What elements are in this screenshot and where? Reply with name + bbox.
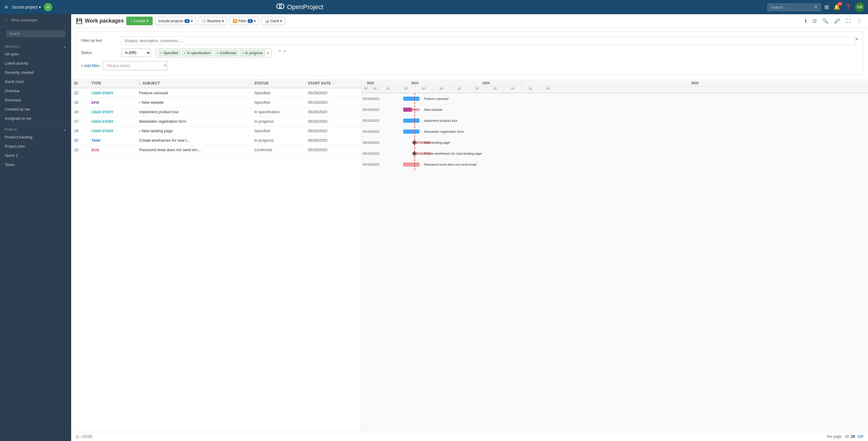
expand-row-icon[interactable]: ▾	[139, 101, 141, 104]
row-date-18: 05/19/2023	[305, 107, 361, 117]
collapse-all-button[interactable]: ⊡	[811, 17, 818, 25]
logo-text: OpenProject	[287, 3, 323, 11]
remove-in-progress-tag[interactable]: ×	[242, 51, 244, 55]
add-filter-label[interactable]: + Add filter:	[81, 63, 100, 68]
per-page-20[interactable]: 20	[851, 435, 855, 439]
remove-in-specification-tag[interactable]: ×	[184, 51, 186, 55]
sidebar-item-overdue[interactable]: Overdue	[0, 86, 71, 95]
collapse-public-icon[interactable]: ▲	[63, 128, 66, 131]
hamburger-menu[interactable]: ≡	[4, 3, 9, 11]
gantt-q3-2024: Q3	[486, 86, 504, 93]
expand-row-icon[interactable]: ▾	[139, 129, 141, 133]
remove-specified-tag[interactable]: ×	[160, 51, 162, 55]
gantt-button[interactable]: 📊 Gantt ▾	[261, 17, 285, 25]
col-subject[interactable]: ↕ SUBJECT	[136, 79, 251, 88]
user-avatar[interactable]: CG	[855, 2, 864, 12]
row-status-22: Specified	[251, 88, 305, 98]
sidebar-item-latest-activity[interactable]: Latest activity	[0, 59, 71, 68]
row-date-22: 05/19/2023	[305, 88, 361, 98]
zoom-out-button[interactable]: 🔍	[820, 17, 830, 25]
gantt-bar-blue	[403, 129, 420, 134]
col-type[interactable]: TYPE	[89, 79, 136, 88]
row-subject-18: Implement product tour	[136, 107, 251, 117]
sidebar-search-input[interactable]	[6, 30, 65, 37]
more-options-button[interactable]: ⋮	[855, 17, 863, 25]
col-id[interactable]: ID	[71, 79, 89, 88]
sidebar-item-summary[interactable]: Summary	[0, 95, 71, 105]
project-name[interactable]: Scrum project ▾	[12, 5, 41, 9]
gantt-name-label: Newsletter registration form	[424, 130, 464, 133]
sidebar-item-product-backlog[interactable]: Product backlog	[0, 132, 71, 141]
notifications-button[interactable]: 🔔 42	[832, 3, 841, 11]
app-layout: ← Work packages DEFAULT ▲ All open Lates…	[0, 14, 868, 441]
row-id-22[interactable]: 22	[71, 88, 89, 98]
row-id-16[interactable]: 16	[71, 98, 89, 107]
filter-by-text-row: Filter by text	[81, 36, 856, 45]
sidebar-item-assigned-to-me[interactable]: Assigned to me	[0, 114, 71, 123]
gantt-end-label: -	[421, 119, 422, 122]
filter-tags-chevron[interactable]: ▾	[267, 51, 269, 56]
gantt-start-label: 05/19/2023	[363, 163, 379, 166]
gantt-start-label: 05/19/2023	[363, 97, 379, 100]
table-row: 15 BUG Password reset does not send em..…	[71, 145, 361, 155]
zoom-in-button[interactable]: 🔎	[832, 17, 842, 25]
row-type-18: USER STORY	[89, 107, 136, 117]
sidebar-item-recently-created[interactable]: Recently created	[0, 68, 71, 77]
filter-close-button[interactable]: ×	[856, 36, 858, 42]
gantt-row: 05/19/2023-Password reset does not send …	[362, 159, 868, 170]
row-id-15[interactable]: 15	[71, 145, 89, 155]
add-project-button[interactable]: +	[44, 3, 52, 11]
filter-status-operator[interactable]: is (OR)	[121, 49, 151, 57]
content-area: ID TYPE ↕ SUBJECT STATUS START DATE ↑ 22	[71, 79, 868, 441]
row-subject-16: ▾New website	[136, 98, 251, 107]
sidebar-item-all-open[interactable]: All open	[0, 50, 71, 59]
info-button[interactable]: ℹ	[803, 17, 808, 25]
filter-tag-specified: × Specified	[158, 50, 180, 56]
filter-button[interactable]: 🔽 Filter 1 ▾	[229, 17, 259, 25]
sidebar-back-button[interactable]: ← Work packages	[0, 14, 71, 26]
gantt-q2-2023: Q2	[397, 86, 415, 93]
row-id-17[interactable]: 17	[71, 117, 89, 126]
remove-confirmed-tag[interactable]: ×	[217, 51, 218, 55]
row-id-18[interactable]: 18	[71, 107, 89, 117]
table-row: 19 USER STORY ▾New landing page Specifie…	[71, 126, 361, 136]
row-subject-15: Password reset does not send em...	[136, 145, 251, 155]
row-type-22: USER STORY	[89, 88, 136, 98]
include-projects-badge: 1	[184, 19, 190, 23]
create-button[interactable]: + Create ▾	[126, 17, 153, 25]
sidebar-item-project-plan[interactable]: Project plan	[0, 141, 71, 151]
per-page-10[interactable]: 10	[844, 435, 848, 439]
filter-tag-confirmed: × Confirmed	[215, 50, 238, 56]
sidebar-item-tasks[interactable]: Tasks	[0, 160, 71, 169]
row-date-19: 06/16/2023	[305, 126, 361, 136]
fullscreen-button[interactable]: ⛶	[844, 17, 852, 25]
col-start-date[interactable]: START DATE ↑	[305, 79, 361, 88]
filter-text-input[interactable]	[121, 36, 856, 45]
per-page-100[interactable]: 100	[857, 435, 863, 439]
main-content: 💾 Work packages + Create ▾ Include proje…	[71, 14, 868, 441]
filter-tag-in-progress: × In progress	[240, 50, 265, 56]
row-id-20[interactable]: 20	[71, 136, 89, 145]
collapse-default-icon[interactable]: ▲	[63, 45, 66, 48]
baseline-button[interactable]: 🕐 Baseline ▾	[198, 17, 227, 25]
sidebar-item-gantt-chart[interactable]: Gantt chart	[0, 77, 71, 86]
global-search-input[interactable]	[771, 5, 812, 9]
row-type-16: EPIC	[89, 98, 136, 107]
gantt-year-2022: 2022	[362, 80, 379, 86]
global-search-box[interactable]: 🔍	[768, 4, 821, 11]
baseline-chevron-icon: ▾	[222, 19, 224, 23]
add-filter-select[interactable]: Please select	[102, 61, 168, 70]
sidebar-item-sprint-1[interactable]: Sprint 1	[0, 151, 71, 160]
row-type-17: USER STORY	[89, 117, 136, 126]
filter-status-clear[interactable]: ×	[279, 49, 281, 53]
help-button[interactable]: ❓	[844, 3, 852, 11]
row-id-19[interactable]: 19	[71, 126, 89, 136]
col-status[interactable]: STATUS	[251, 79, 305, 88]
grid-menu-button[interactable]: ⊞	[823, 3, 830, 11]
include-projects-button[interactable]: Include projects 1 ▾	[155, 17, 196, 25]
table-row: 16 EPIC ▾New website Specified 05/19/202…	[71, 98, 361, 107]
sidebar-item-created-by-me[interactable]: Created by me	[0, 105, 71, 114]
filter-status-expand[interactable]: ×	[283, 49, 286, 53]
gantt-bar-blue	[403, 119, 420, 123]
gantt-start-label: 06/16/2023	[363, 152, 379, 155]
